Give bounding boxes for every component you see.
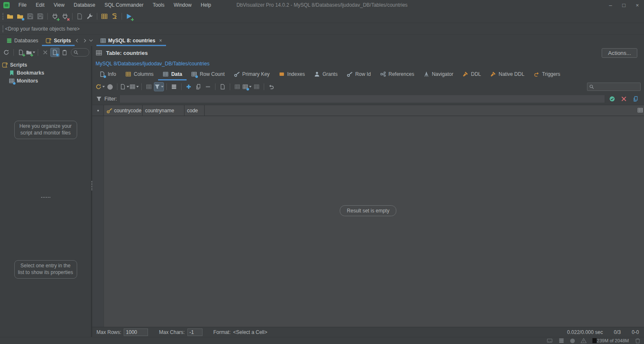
tab-indexes[interactable]: Indexes (274, 68, 309, 80)
connection-card-icon[interactable] (547, 338, 553, 344)
stop-icon (107, 84, 113, 90)
horizontal-splitter[interactable] (0, 197, 91, 198)
save-as-button[interactable] (35, 11, 45, 21)
tab-native-ddl[interactable]: Native DDL (486, 68, 529, 80)
open-file-button[interactable] (5, 11, 15, 21)
tool-properties-button[interactable] (85, 11, 95, 21)
sidebar-search-input[interactable] (80, 49, 87, 55)
apply-filter-button[interactable] (608, 94, 617, 103)
sidebar-search[interactable] (71, 48, 89, 57)
tab-columns[interactable]: Columns (121, 68, 158, 80)
grid-window-button[interactable] (99, 11, 109, 21)
connection-wizard-button[interactable] (124, 11, 134, 21)
menu-sql-commander[interactable]: SQL Commander (100, 0, 148, 10)
log-list-icon[interactable] (558, 338, 564, 344)
tab-ddl[interactable]: DDL (458, 68, 486, 80)
copy-filter-button[interactable] (631, 94, 640, 103)
disconnect-button[interactable] (60, 11, 70, 21)
memory-indicator[interactable]: 239M of 2048M (592, 338, 629, 343)
main-toolbar (0, 10, 644, 23)
grid-alt-button[interactable] (252, 82, 261, 91)
triggers-icon (534, 71, 540, 77)
delete-row-button[interactable] (203, 82, 213, 91)
open-bookmark-button[interactable] (15, 11, 25, 21)
menu-edit[interactable]: Edit (31, 0, 49, 10)
titlebar: File Edit View Database SQL Commander To… (0, 0, 644, 10)
stop-button[interactable] (105, 82, 114, 91)
filter-toggle[interactable] (154, 82, 164, 91)
menu-help[interactable]: Help (196, 0, 216, 10)
delete-button[interactable] (41, 48, 50, 57)
column-header-countryname[interactable]: countryname (143, 105, 184, 116)
tab-info[interactable]: Info (95, 68, 121, 80)
column-settings-button[interactable] (637, 107, 643, 114)
new-sql-commander-button[interactable] (75, 11, 85, 21)
new-folder-button[interactable] (26, 48, 35, 57)
preview-toggle[interactable] (50, 48, 60, 57)
warning-icon[interactable] (581, 338, 587, 344)
reload-grid-button[interactable] (96, 82, 105, 91)
menu-tools[interactable]: Tools (148, 0, 169, 10)
prev-tab-icon[interactable] (76, 39, 79, 42)
new-script-button[interactable] (16, 48, 26, 57)
grid-search-input[interactable] (596, 84, 639, 90)
describe-button[interactable] (144, 82, 153, 91)
actions-button[interactable]: Actions... (602, 48, 637, 58)
export-grid-button[interactable] (120, 82, 129, 91)
tab-label: DDL (471, 71, 481, 77)
next-tab-icon[interactable] (83, 39, 86, 42)
form-view-button[interactable] (218, 82, 227, 91)
tab-label: Columns (134, 71, 153, 77)
tab-row-count[interactable]: Row Count (187, 68, 229, 80)
vertical-splitter-grip[interactable] (91, 181, 92, 190)
insert-row-button[interactable] (184, 82, 193, 91)
tree-item-monitors[interactable]: Monitors (0, 77, 91, 85)
tab-grants[interactable]: Grants (309, 68, 342, 80)
filter-input[interactable] (119, 95, 605, 103)
tab-row-id[interactable]: Row Id (342, 68, 375, 80)
toolbar-drag-handle[interactable] (3, 13, 3, 20)
garbage-collect-icon[interactable] (635, 338, 641, 344)
menu-database[interactable]: Database (69, 0, 100, 10)
tab-references[interactable]: References (376, 68, 419, 80)
close-button[interactable]: × (631, 0, 644, 10)
tree-item-bookmarks[interactable]: Bookmarks (0, 69, 91, 77)
grid-settings-button[interactable] (242, 82, 252, 91)
favorites-drag-handle[interactable] (3, 26, 3, 32)
tab-data[interactable]: Data (158, 68, 187, 80)
breadcrumb-link[interactable]: MySQL 8/Databases/ljudodav_DB/Tables/cou… (96, 61, 210, 67)
save-button[interactable] (25, 11, 35, 21)
undo-button[interactable] (267, 82, 276, 91)
tab-scripts[interactable]: Scripts (42, 35, 75, 46)
copy-name-button[interactable] (60, 48, 69, 57)
max-chars-input[interactable] (187, 328, 203, 336)
menu-view[interactable]: View (49, 0, 69, 10)
table-view-button[interactable] (130, 82, 139, 91)
grid-options-button[interactable] (233, 82, 242, 91)
tab-mysql8-countries[interactable]: MySQL 8: countries × (96, 35, 166, 46)
refresh-button[interactable] (2, 48, 11, 57)
grid-search[interactable] (587, 83, 641, 91)
tab-databases[interactable]: Databases (3, 35, 42, 46)
tree-item-scripts[interactable]: Scripts (0, 61, 91, 69)
minimize-button[interactable]: – (604, 0, 617, 10)
export-schema-button[interactable] (109, 11, 119, 21)
max-rows-input[interactable] (124, 328, 148, 336)
tab-close-icon[interactable]: × (159, 38, 162, 44)
grid-body[interactable]: Result set is empty (92, 116, 644, 327)
tab-navigator[interactable]: Navigator (419, 68, 458, 80)
connect-button[interactable] (50, 11, 60, 21)
maximize-button[interactable]: □ (617, 0, 631, 10)
menu-window[interactable]: Window (169, 0, 196, 10)
edit-sql-button[interactable] (169, 82, 179, 91)
tab-label: Native DDL (499, 71, 524, 77)
column-header-countrycode[interactable]: countrycode (104, 105, 143, 116)
column-header-code[interactable]: code (184, 105, 205, 116)
sql-script-icon (76, 13, 83, 20)
row-range: 0-0 (632, 329, 639, 335)
tab-triggers[interactable]: Triggers (529, 68, 565, 80)
duplicate-row-button[interactable] (194, 82, 203, 91)
clear-filter-button[interactable] (619, 94, 628, 103)
menu-file[interactable]: File (14, 0, 31, 10)
tab-primary-key[interactable]: Primary Key (229, 68, 274, 80)
